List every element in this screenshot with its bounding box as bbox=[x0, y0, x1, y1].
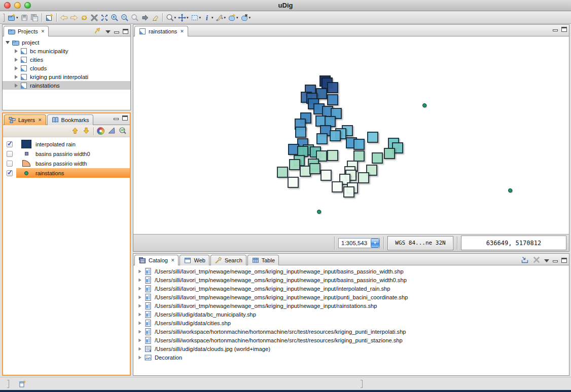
tab-web[interactable]: Web bbox=[180, 255, 209, 265]
layer-row-content[interactable]: basins passirio width0 bbox=[16, 149, 130, 159]
layer-row-content[interactable]: interpolated rain bbox=[16, 139, 130, 149]
collapse-arrow-icon[interactable] bbox=[15, 66, 18, 70]
close-icon[interactable]: ✕ bbox=[180, 29, 184, 34]
dropdown-arrow-icon[interactable]: ▾ bbox=[249, 16, 251, 20]
expand-arrow-icon[interactable] bbox=[138, 278, 141, 282]
expand-arrow-icon[interactable] bbox=[6, 41, 10, 44]
dropdown-arrow-icon[interactable]: ▾ bbox=[174, 16, 176, 20]
zoom-in-button[interactable] bbox=[110, 13, 120, 23]
tree-item-bc-municipality[interactable]: bc municipality bbox=[3, 47, 130, 55]
close-window-button[interactable] bbox=[4, 2, 11, 9]
sash-projects-layers[interactable] bbox=[2, 110, 131, 112]
minimize-window-button[interactable] bbox=[14, 2, 21, 9]
close-icon[interactable]: ✕ bbox=[38, 118, 42, 123]
collapse-arrow-icon[interactable] bbox=[15, 58, 18, 62]
layer-row-basins-passirio-width[interactable]: basins passirio width bbox=[3, 159, 130, 168]
layer-visibility-checkbox[interactable] bbox=[7, 141, 13, 147]
new-wizard-button[interactable]: ▾ bbox=[7, 13, 19, 23]
close-icon[interactable]: ✕ bbox=[41, 29, 45, 34]
layer-row-content[interactable]: rainstations bbox=[16, 168, 130, 178]
link-with-editor-icon[interactable] bbox=[94, 27, 102, 36]
tab-map-rainstations[interactable]: rainstations ✕ bbox=[134, 26, 188, 36]
expand-arrow-icon[interactable] bbox=[138, 269, 141, 273]
sash-vertical[interactable] bbox=[131, 24, 133, 376]
maximize-editor-icon[interactable] bbox=[561, 27, 567, 32]
view-menu-chevron-icon[interactable] bbox=[105, 30, 111, 33]
tab-table[interactable]: Table bbox=[247, 255, 279, 265]
catalog-item[interactable]: /Users/silli/udig/data/cities.shp bbox=[133, 319, 569, 327]
layer-row-content[interactable]: basins passirio width bbox=[16, 159, 130, 168]
select-tool-button[interactable]: ▾ bbox=[190, 13, 202, 23]
collapse-arrow-icon[interactable] bbox=[15, 84, 18, 88]
crs-button[interactable]: WGS 84...ne 32N bbox=[387, 236, 453, 250]
tree-item-kriging-punti-interpolati[interactable]: kriging punti interpolati bbox=[3, 72, 130, 81]
zoom-out-button[interactable] bbox=[120, 13, 130, 23]
maximize-view-icon[interactable] bbox=[561, 258, 567, 263]
style-color-wheel-button[interactable] bbox=[97, 127, 104, 135]
minimize-editor-icon[interactable] bbox=[553, 29, 558, 31]
tab-catalog[interactable]: Catalog ✕ bbox=[134, 255, 179, 265]
layer-visibility-checkbox[interactable] bbox=[7, 151, 13, 157]
expand-arrow-icon[interactable] bbox=[138, 338, 141, 342]
expand-arrow-icon[interactable] bbox=[138, 295, 141, 299]
expand-arrow-icon[interactable] bbox=[138, 321, 141, 325]
scale-value[interactable]: 1:305,543 bbox=[339, 240, 371, 246]
layer-row-basins-passirio-width0[interactable]: basins passirio width0 bbox=[3, 149, 130, 159]
scale-combo[interactable]: 1:305,543 ▼ bbox=[338, 238, 380, 248]
catalog-item[interactable]: /Users/silli/lavori_tmp/newage/newage_om… bbox=[133, 267, 569, 276]
expand-arrow-icon[interactable] bbox=[138, 347, 141, 350]
statusbar-grip[interactable] bbox=[7, 380, 9, 388]
maximize-view-icon[interactable] bbox=[122, 115, 128, 121]
tab-projects[interactable]: Projects ✕ bbox=[4, 26, 49, 36]
back-history-button[interactable] bbox=[59, 13, 69, 23]
expand-arrow-icon[interactable] bbox=[138, 287, 141, 290]
maximize-view-icon[interactable] bbox=[123, 29, 128, 34]
tab-bookmarks[interactable]: Bookmarks bbox=[47, 114, 93, 125]
layer-visibility-checkbox[interactable] bbox=[7, 161, 13, 167]
new-map-button[interactable] bbox=[44, 13, 54, 23]
toolbar-drag-handle[interactable] bbox=[3, 14, 5, 22]
pan-tool-button[interactable]: ▾ bbox=[177, 13, 190, 23]
collapse-arrow-icon[interactable] bbox=[15, 49, 18, 53]
catalog-item[interactable]: /Users/silli/workspace/hortonmachine/hor… bbox=[133, 336, 569, 344]
minimize-view-icon[interactable] bbox=[114, 31, 119, 33]
tree-item-clouds[interactable]: clouds bbox=[3, 64, 130, 72]
catalog-item[interactable]: /Users/silli/udig/data/clouds.jpg (world… bbox=[133, 344, 569, 353]
catalog-item[interactable]: /Users/silli/lavori_tmp/newage/newage_om… bbox=[133, 301, 569, 310]
minimize-view-icon[interactable] bbox=[553, 260, 558, 262]
layer-row-rainstations[interactable]: rainstations bbox=[3, 168, 130, 178]
dropdown-arrow-icon[interactable]: ▾ bbox=[16, 16, 18, 20]
dropdown-arrow-icon[interactable]: ▾ bbox=[211, 16, 213, 20]
dropdown-arrow-icon[interactable]: ▾ bbox=[236, 16, 238, 20]
sash-map-catalog[interactable] bbox=[133, 252, 569, 253]
refresh-button[interactable] bbox=[79, 13, 89, 23]
tab-layers[interactable]: Layers ✕ bbox=[4, 114, 46, 125]
layer-row-interpolated-rain[interactable]: interpolated rain bbox=[3, 139, 130, 149]
move-layer-down-button[interactable] bbox=[82, 127, 90, 136]
minimize-view-icon[interactable] bbox=[114, 118, 119, 120]
add-feature-tool-button[interactable]: ▾ bbox=[227, 13, 239, 23]
catalog-item[interactable]: Decoration bbox=[133, 353, 569, 362]
tab-search[interactable]: Search bbox=[210, 255, 246, 265]
zoom-extent-button[interactable] bbox=[99, 13, 110, 23]
fast-view-icon[interactable] bbox=[18, 380, 26, 388]
commit-changes-button[interactable] bbox=[140, 13, 150, 23]
layer-visibility-checkbox[interactable] bbox=[7, 170, 13, 176]
catalog-item[interactable]: /Users/silli/lavori_tmp/newage/newage_om… bbox=[133, 276, 569, 284]
tree-item-cities[interactable]: cities bbox=[3, 55, 130, 64]
catalog-item[interactable]: /Users/silli/lavori_tmp/newage/newage_om… bbox=[133, 293, 569, 301]
zoom-window-button[interactable] bbox=[24, 2, 31, 9]
tree-item-project-root[interactable]: project bbox=[3, 38, 130, 47]
zoom-tool-button[interactable]: ▾ bbox=[165, 13, 177, 23]
expand-arrow-icon[interactable] bbox=[138, 312, 141, 316]
scale-dropdown-button[interactable]: ▼ bbox=[371, 239, 379, 248]
close-icon[interactable]: ✕ bbox=[171, 258, 175, 263]
catalog-item[interactable]: /Users/silli/workspace/hortonmachine/hor… bbox=[133, 327, 569, 336]
forward-history-button[interactable] bbox=[69, 13, 79, 23]
dropdown-arrow-icon[interactable]: ▾ bbox=[224, 16, 226, 20]
coordinates-box[interactable]: 636649, 5170812 bbox=[461, 236, 566, 250]
delete-feature-tool-button[interactable]: ▾ bbox=[239, 13, 252, 23]
save-all-button[interactable] bbox=[29, 13, 40, 23]
expand-arrow-icon[interactable] bbox=[138, 330, 141, 333]
eraser-button[interactable] bbox=[150, 13, 160, 23]
